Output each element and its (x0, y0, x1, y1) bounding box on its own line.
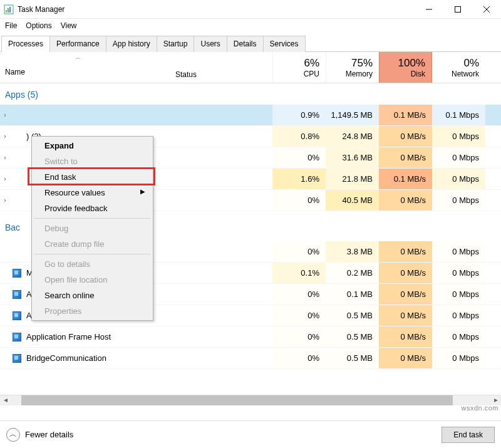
ctx-properties: Properties (33, 303, 152, 319)
svg-rect-2 (8, 8, 9, 13)
cell-mem: 0.5 MB (326, 305, 379, 326)
app-icon (4, 4, 14, 14)
tab-app-history[interactable]: App history (106, 36, 157, 52)
sort-indicator-icon: ︿ (75, 53, 81, 62)
service-icon (11, 289, 23, 300)
cell-disk: 0.1 MB/s (379, 169, 432, 189)
col-network[interactable]: 0% Network (432, 52, 485, 83)
expand-icon[interactable]: › (0, 112, 10, 118)
tab-performance[interactable]: Performance (49, 36, 106, 52)
expand-icon[interactable]: › (0, 154, 10, 161)
separator (34, 254, 150, 254)
process-name: Application Frame Host (26, 332, 272, 341)
tab-services[interactable]: Services (263, 36, 306, 52)
separator (34, 218, 150, 219)
svg-rect-1 (6, 10, 7, 13)
cell-net: 0 Mbps (432, 305, 485, 326)
chevron-right-icon: ▶ (140, 188, 145, 195)
footer: ︿ Fewer details End task (0, 420, 501, 448)
cell-mem: 0.5 MB (326, 348, 379, 368)
col-disk[interactable]: 100% Disk (379, 52, 432, 83)
cell-cpu: 0% (272, 305, 326, 326)
app-icon (11, 110, 23, 121)
col-name[interactable]: ︿ Name (0, 52, 175, 83)
app-process-row[interactable]: ›0.9%1,149.5 MB0.1 MB/s0.1 Mbps (0, 105, 501, 126)
chevron-up-icon: ︿ (6, 428, 20, 442)
app-icon (11, 195, 23, 206)
cell-net: 0 Mbps (432, 190, 485, 211)
expand-icon[interactable]: › (0, 133, 10, 140)
service-icon (11, 331, 23, 343)
col-status[interactable]: Status (175, 52, 272, 83)
col-memory[interactable]: 75% Memory (326, 52, 379, 83)
expand-icon[interactable]: › (0, 197, 10, 204)
menubar: File Options View (0, 19, 501, 33)
group-apps[interactable]: Apps (5) (0, 83, 501, 105)
cell-mem: 21.8 MB (326, 169, 379, 189)
bg-process-row[interactable]: Application Frame Host0%0.5 MB0 MB/s0 Mb… (0, 326, 501, 348)
window-title: Task Manager (18, 5, 415, 14)
app-icon (11, 131, 23, 142)
watermark: wsxdn.com (461, 404, 498, 412)
column-headers: ︿ Name Status 6% CPU 75% Memory 100% Dis… (0, 52, 501, 83)
close-button[interactable] (472, 0, 501, 19)
ctx-open-location: Open file location (33, 272, 152, 288)
cell-cpu: 0% (272, 284, 326, 305)
menu-options[interactable]: Options (26, 21, 51, 30)
cell-disk: 0 MB/s (379, 190, 432, 211)
service-icon (11, 310, 23, 321)
cell-mem: 40.5 MB (326, 190, 379, 211)
cell-disk: 0 MB/s (379, 241, 432, 262)
tab-details[interactable]: Details (227, 36, 264, 52)
ctx-debug: Debug (33, 221, 152, 236)
cell-net: 0 Mbps (432, 147, 485, 168)
ctx-feedback[interactable]: Provide feedback (33, 201, 152, 216)
cell-disk: 0 MB/s (379, 348, 432, 368)
minimize-button[interactable] (415, 0, 443, 19)
cell-net: 0 Mbps (432, 169, 485, 189)
cell-cpu: 0% (272, 147, 326, 168)
cell-mem: 0.2 MB (326, 263, 379, 283)
cell-disk: 0 MB/s (379, 263, 432, 283)
ctx-search-online[interactable]: Search online (33, 288, 152, 303)
cell-net: 0 Mbps (432, 348, 485, 368)
tab-users[interactable]: Users (194, 36, 227, 52)
cell-net: 0 Mbps (432, 263, 485, 283)
cell-cpu: 0.8% (272, 126, 326, 147)
fewer-details-button[interactable]: ︿ Fewer details (6, 428, 73, 442)
cell-disk: 0.1 MB/s (379, 105, 432, 125)
cell-disk: 0 MB/s (379, 284, 432, 305)
ctx-resource-values[interactable]: Resource values▶ (33, 185, 152, 201)
ctx-expand[interactable]: Expand (33, 138, 152, 154)
cell-cpu: 0% (272, 348, 326, 368)
app-icon (11, 246, 23, 258)
tab-startup[interactable]: Startup (157, 36, 195, 52)
cell-cpu: 0% (272, 190, 326, 211)
process-name: BridgeCommunication (26, 353, 272, 363)
cell-net: 0 Mbps (432, 284, 485, 305)
bg-process-row[interactable]: BridgeCommunication0%0.5 MB0 MB/s0 Mbps (0, 348, 501, 369)
service-icon (11, 268, 23, 279)
col-cpu[interactable]: 6% CPU (272, 52, 326, 83)
maximize-button[interactable] (443, 0, 472, 19)
tab-processes[interactable]: Processes (1, 36, 50, 52)
cell-net: 0 Mbps (432, 126, 485, 147)
menu-file[interactable]: File (5, 21, 17, 30)
context-menu: Expand Switch to End task Resource value… (31, 136, 153, 321)
ctx-end-task[interactable]: End task (33, 169, 152, 185)
cell-cpu: 0.9% (272, 105, 326, 125)
end-task-button[interactable]: End task (442, 427, 495, 443)
expand-icon[interactable]: › (0, 175, 10, 182)
cell-net: 0.1 Mbps (432, 105, 485, 125)
cell-mem: 0.5 MB (326, 326, 379, 347)
app-icon (11, 152, 23, 164)
menu-view[interactable]: View (61, 21, 77, 30)
cell-cpu: 1.6% (272, 169, 326, 189)
tabs: Processes Performance App history Startu… (0, 35, 501, 52)
cell-mem: 0.1 MB (326, 284, 379, 305)
cell-cpu: 0% (272, 241, 326, 262)
service-icon (11, 353, 23, 364)
horizontal-scrollbar[interactable]: ◂ ▸ (0, 395, 501, 405)
cell-disk: 0 MB/s (379, 126, 432, 147)
cell-disk: 0 MB/s (379, 305, 432, 326)
